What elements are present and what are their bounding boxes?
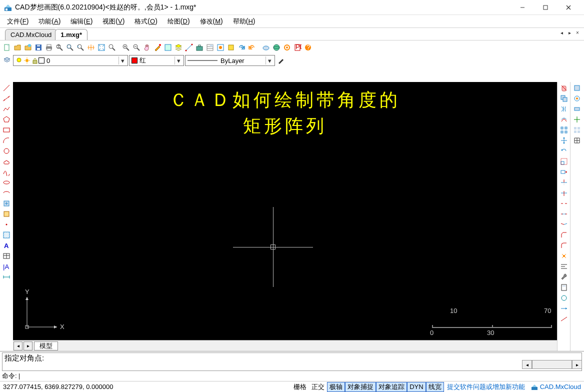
settings-icon[interactable] — [282, 42, 292, 52]
line-tool-icon[interactable] — [1, 83, 12, 93]
region-icon[interactable] — [163, 42, 173, 52]
open-icon[interactable] — [12, 42, 22, 52]
zoom-real-icon[interactable]: ± — [54, 42, 64, 52]
scroll-left-icon[interactable]: ◂ — [522, 360, 532, 369]
chevron-down-icon[interactable]: ▾ — [266, 56, 274, 64]
array-tool-icon[interactable] — [559, 125, 569, 135]
arc-tool-icon[interactable] — [1, 136, 12, 146]
aux3-icon[interactable] — [572, 104, 582, 114]
lwt-toggle[interactable]: 线宽 — [426, 382, 444, 392]
erase-tool-icon[interactable] — [559, 83, 569, 93]
menu-help[interactable]: 帮助(H) — [228, 16, 260, 28]
chamfer-tool-icon[interactable] — [559, 230, 569, 240]
aux6-icon[interactable] — [572, 136, 582, 146]
help-icon[interactable]: ? — [303, 42, 313, 52]
pdf-icon[interactable]: PDF — [292, 42, 302, 52]
menu-view[interactable]: 视图(V) — [98, 16, 130, 28]
new-icon[interactable] — [2, 42, 12, 52]
mtext-tool-icon[interactable]: |A — [1, 262, 12, 272]
misc-tool-icon[interactable] — [559, 293, 569, 303]
model-prev-icon[interactable]: ◂ — [14, 342, 22, 350]
linetype-combo[interactable]: ByLayer ▾ — [185, 55, 275, 66]
cloud-status[interactable]: CAD.MxCloud — [528, 383, 584, 390]
properties-icon[interactable] — [205, 42, 215, 52]
make-block-icon[interactable] — [1, 209, 12, 219]
close-button[interactable] — [557, 0, 580, 15]
scale-tool-icon[interactable] — [559, 156, 569, 166]
otrack-toggle[interactable]: 对象追踪 — [376, 382, 407, 392]
menu-draw[interactable]: 绘图(D) — [162, 16, 195, 28]
model-tab[interactable]: 模型 — [34, 342, 58, 350]
dimension-tool-icon[interactable] — [1, 272, 12, 282]
aux5-icon[interactable] — [572, 125, 582, 135]
maximize-button[interactable] — [534, 0, 557, 15]
revcloud-tool-icon[interactable] — [1, 156, 12, 166]
layer-icon[interactable] — [174, 42, 184, 52]
zoom-extents-icon[interactable] — [96, 42, 106, 52]
zoom-prev-icon[interactable] — [76, 42, 86, 52]
open-cloud-icon[interactable] — [23, 42, 33, 52]
brush-tool-icon[interactable] — [276, 56, 286, 66]
ellipse-arc-tool-icon[interactable] — [1, 188, 12, 198]
polar-toggle[interactable]: 极轴 — [327, 382, 345, 392]
tab-cloud[interactable]: CAD.MxCloud — [5, 29, 57, 40]
break-tool-icon[interactable] — [559, 198, 569, 208]
model-next-icon[interactable]: ▸ — [24, 342, 32, 350]
dyn-toggle[interactable]: DYN — [407, 382, 426, 392]
wrench-tool-icon[interactable] — [559, 272, 569, 282]
aux4-icon[interactable] — [572, 114, 582, 124]
join-tool-icon[interactable] — [559, 220, 569, 230]
point-tool-icon[interactable] — [1, 220, 12, 230]
globe-icon[interactable] — [272, 42, 282, 52]
break2-tool-icon[interactable] — [559, 209, 569, 219]
move-tool-icon[interactable] — [559, 136, 569, 146]
mirror-tool-icon[interactable] — [559, 104, 569, 114]
layer-manager-icon[interactable] — [2, 56, 12, 66]
hatch-tool-icon[interactable] — [1, 230, 12, 240]
print-icon[interactable] — [44, 42, 54, 52]
tool1-icon[interactable] — [216, 42, 226, 52]
fillet-tool-icon[interactable] — [559, 240, 569, 250]
stretch-tool-icon[interactable] — [559, 167, 569, 177]
measure-dist-icon[interactable] — [184, 42, 194, 52]
zoom-all-icon[interactable] — [107, 42, 117, 52]
layer-combo[interactable]: 0 ▾ — [13, 55, 128, 66]
submit-feedback-link[interactable]: 提交软件问题或增加新功能 — [444, 382, 528, 392]
pan-hand-icon[interactable] — [142, 42, 152, 52]
rotate-tool-icon[interactable] — [559, 146, 569, 156]
ellipse-tool-icon[interactable] — [1, 178, 12, 188]
zoom-window-icon[interactable] — [65, 42, 75, 52]
undo-icon[interactable] — [247, 42, 257, 52]
color-combo[interactable]: 红 ▾ — [129, 55, 184, 66]
menu-feature[interactable]: 功能(A) — [34, 16, 66, 28]
command-history[interactable]: 指定对角点: — [2, 352, 582, 371]
command-input[interactable] — [18, 372, 582, 380]
polyline-tool-icon[interactable] — [1, 104, 12, 114]
trim-tool-icon[interactable] — [559, 178, 569, 188]
menu-format[interactable]: 格式(O) — [130, 16, 162, 28]
pan-icon[interactable] — [86, 42, 96, 52]
circle-tool-icon[interactable] — [1, 146, 12, 156]
tab-next-icon[interactable]: ▸ — [566, 29, 573, 36]
tab-close-icon[interactable]: × — [574, 29, 581, 36]
save-icon[interactable] — [34, 42, 44, 52]
spline-tool-icon[interactable] — [1, 167, 12, 177]
misc2-tool-icon[interactable] — [559, 314, 569, 324]
text-tool-icon[interactable]: A — [1, 240, 12, 250]
chevron-down-icon[interactable]: ▾ — [174, 56, 182, 64]
table-tool-icon[interactable] — [1, 251, 12, 261]
ortho-toggle[interactable]: 正交 — [309, 382, 327, 392]
toolbox-icon[interactable] — [194, 42, 204, 52]
grid-toggle[interactable]: 栅格 — [291, 382, 309, 392]
align-tool-icon[interactable] — [559, 262, 569, 272]
rectangle-tool-icon[interactable] — [1, 125, 12, 135]
chevron-down-icon[interactable]: ▾ — [118, 56, 126, 64]
aux2-icon[interactable] — [572, 94, 582, 104]
copy-tool-icon[interactable] — [559, 94, 569, 104]
redo-icon[interactable] — [236, 42, 246, 52]
offset-tool-icon[interactable] — [559, 114, 569, 124]
xline-tool-icon[interactable] — [1, 94, 12, 104]
tab-prev-icon[interactable]: ◂ — [558, 29, 565, 36]
zoom-in-icon[interactable] — [121, 42, 131, 52]
aux1-icon[interactable] — [572, 83, 582, 93]
